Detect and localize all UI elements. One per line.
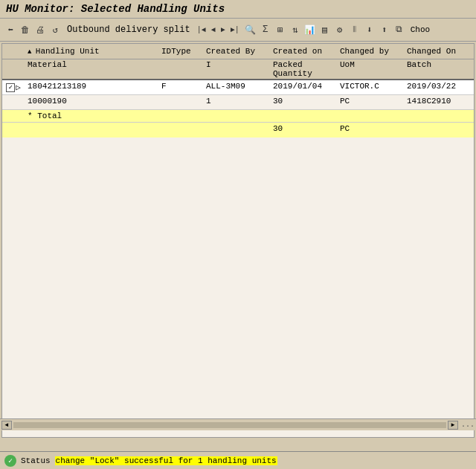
col-extra <box>471 45 476 57</box>
subcol-uom: UoM <box>337 59 404 79</box>
subcol-select <box>2 59 25 79</box>
nav-prev[interactable]: ◄ <box>209 25 218 35</box>
subcell-material: 10000190 <box>25 95 158 109</box>
table-header-row1: Handling Unit IDType Created By Created … <box>2 44 474 59</box>
row-checkbox[interactable]: ▷ <box>2 80 25 94</box>
col-created-by[interactable]: Created By <box>203 45 270 57</box>
checkbox-input[interactable] <box>6 83 15 92</box>
settings-icon[interactable]: ⚙ <box>332 22 347 37</box>
subcol-packed-qty: Packed Quantity <box>270 59 337 79</box>
cell-idtype: F <box>158 80 203 94</box>
subcol-i: I <box>203 59 270 79</box>
folder-icon: ▷ <box>16 83 21 92</box>
table-subrow: 10000190 1 30 PC 1418C2910 <box>2 95 474 110</box>
col-idtype[interactable]: IDType <box>158 45 203 57</box>
scroll-indicator: ... <box>461 421 475 429</box>
nav-next[interactable]: ► <box>219 25 228 35</box>
subcol-batch: Batch <box>404 59 471 79</box>
col-changed-on[interactable]: Changed On <box>404 45 471 57</box>
table-row: ▷ 180421213189 F ALL-3M09 2019/01/04 VIC… <box>2 80 474 95</box>
find-icon[interactable]: 🔍 <box>243 22 258 37</box>
col-changed-by[interactable]: Changed by <box>337 45 404 57</box>
total-val-idtype <box>158 123 203 138</box>
export-icon[interactable]: 📊 <box>303 22 318 37</box>
total-val-i <box>203 123 270 138</box>
horizontal-scrollbar[interactable]: ◄ ► ... <box>0 418 476 430</box>
layout-icon[interactable]: ▤ <box>318 22 332 37</box>
nav-first[interactable]: |◄ <box>195 25 208 35</box>
subcol-extra2 <box>471 59 476 79</box>
upload-icon[interactable]: ⬆ <box>377 22 392 37</box>
total-idtype <box>158 110 203 122</box>
column-icon[interactable]: ⫴ <box>347 22 362 37</box>
toolbar: ⬅ 🗑 🖨 ↺ Outbound delivery split |◄ ◄ ► ►… <box>0 18 476 42</box>
subcell-uom: PC <box>337 95 404 109</box>
cell-changed-on: 2019/03/22 <box>404 80 471 94</box>
col-handling-unit[interactable]: Handling Unit <box>25 45 158 57</box>
subcell-batch: 1418C2910 <box>404 95 471 109</box>
subcol-material: Material <box>25 59 158 79</box>
download-icon[interactable]: ⬇ <box>362 22 377 37</box>
subcol-idtype2 <box>158 59 203 79</box>
subcell-extra <box>471 95 476 109</box>
choo-button[interactable]: Choo <box>408 25 432 35</box>
refresh-icon[interactable]: ↺ <box>48 22 62 37</box>
status-bar: ✓ Status change "Lock" successful for 1 … <box>0 451 476 469</box>
total-changed-on <box>404 110 471 122</box>
col-created-on[interactable]: Created on <box>270 45 337 57</box>
subcell-idtype <box>158 95 203 109</box>
copy-icon[interactable]: ⧉ <box>392 22 407 37</box>
total-created-on <box>270 110 337 122</box>
cell-changed-by: VICTOR.C <box>337 80 404 94</box>
sum-icon[interactable]: Σ <box>258 22 273 37</box>
toolbar-icons-right: 🔍 Σ ⊞ ⇅ 📊 ▤ ⚙ ⫴ ⬇ ⬆ ⧉ <box>243 22 407 37</box>
status-text-highlight: change "Lock" successful for 1 handling … <box>55 456 277 465</box>
scroll-track[interactable] <box>13 422 446 428</box>
total-val-extra <box>471 123 476 138</box>
window-title: HU Monitor: Selected Handling Units <box>0 0 476 18</box>
nav-buttons: |◄ ◄ ► ►| <box>195 25 242 35</box>
status-text-before: Status <box>21 456 51 465</box>
outbound-delivery-split-label: Outbound delivery split <box>67 25 190 35</box>
title-text: HU Monitor: Selected Handling Units <box>6 3 225 15</box>
table-header-row2: Material I Packed Quantity UoM Batch <box>2 59 474 80</box>
toolbar-icons-left: ⬅ 🗑 🖨 ↺ <box>3 22 62 37</box>
scroll-right-button[interactable]: ► <box>448 421 458 430</box>
filter-icon[interactable]: ⊞ <box>273 22 288 37</box>
total-changed-by <box>337 110 404 122</box>
total-row-label: * Total <box>2 110 474 123</box>
total-row-values: 30 PC <box>2 123 474 138</box>
subcell-select <box>2 95 25 109</box>
total-val-material <box>25 123 158 138</box>
total-val-quantity: 30 <box>270 123 337 138</box>
total-label: * Total <box>25 110 158 122</box>
cell-handling-unit: 180421213189 <box>25 80 158 94</box>
total-val-batch <box>404 123 471 138</box>
cell-created-on: 2019/01/04 <box>270 80 337 94</box>
subcell-quantity: 30 <box>270 95 337 109</box>
back-icon[interactable]: ⬅ <box>3 22 18 37</box>
print-icon[interactable]: 🖨 <box>33 22 48 37</box>
cell-created-by: ALL-3M09 <box>203 80 270 94</box>
nav-last[interactable]: ►| <box>228 25 242 35</box>
total-val-select <box>2 123 25 138</box>
sort-icon[interactable]: ⇅ <box>288 22 303 37</box>
main-content-area: Handling Unit IDType Created By Created … <box>1 43 475 438</box>
total-val-uom: PC <box>337 123 404 138</box>
cell-extra <box>471 80 476 94</box>
col-select <box>2 45 25 57</box>
status-icon: ✓ <box>4 455 16 467</box>
total-extra <box>471 110 476 122</box>
subcell-i: 1 <box>203 95 270 109</box>
total-i <box>203 110 270 122</box>
total-checkbox <box>2 110 25 122</box>
scroll-left-button[interactable]: ◄ <box>1 421 12 430</box>
delete-icon[interactable]: 🗑 <box>18 22 33 37</box>
